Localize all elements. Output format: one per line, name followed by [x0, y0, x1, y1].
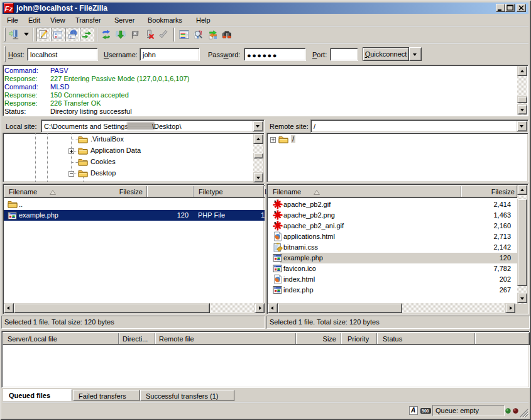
svg-text:Fz: Fz [5, 5, 13, 13]
